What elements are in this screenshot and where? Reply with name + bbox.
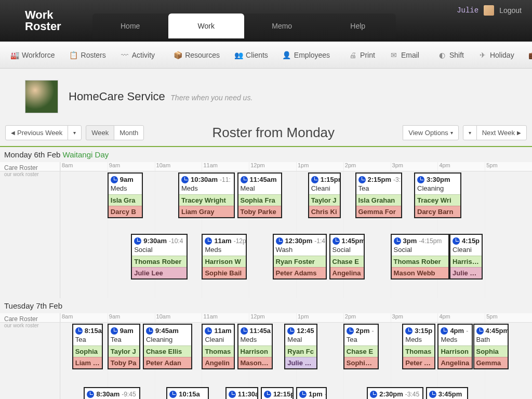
event-type: Cleaning xyxy=(415,184,460,194)
week-view-button[interactable]: Week xyxy=(86,125,114,140)
roster-event[interactable]: 10:15aSocial xyxy=(166,387,209,399)
roster-event[interactable]: 12:45MealRyan FcJulie Lee xyxy=(284,324,317,369)
event-client: Isla Gra xyxy=(109,194,142,206)
clock-icon xyxy=(441,327,448,335)
toolbar-workforce[interactable]: 🏭Workforce xyxy=(3,42,62,69)
toolbar-email[interactable]: ✉Email xyxy=(382,42,427,69)
roster-event[interactable]: 1:45pmSocialChase EAngelina xyxy=(329,234,365,280)
roster-event[interactable]: 11amCleaniThomasAngelin xyxy=(202,324,235,369)
event-client: Taylor J xyxy=(109,345,140,357)
toolbar-label: Holiday xyxy=(490,51,514,59)
event-client: Tracey Wri xyxy=(415,194,460,206)
next-week-button[interactable]: Next Week ▶ xyxy=(476,125,527,140)
toolbar-resources[interactable]: 📦Resources xyxy=(166,42,227,69)
toolbar-holiday[interactable]: ✈Holiday xyxy=(471,42,522,69)
roster-event[interactable]: 3:15pMedsThomasPeter Ad xyxy=(402,324,435,369)
roster-event[interactable]: 4:45pmBathSophiaGemma xyxy=(473,324,509,369)
toolbar-label: Print xyxy=(360,51,375,59)
hour-label: 8am xyxy=(60,162,108,171)
clock-icon xyxy=(205,327,212,335)
clock-icon xyxy=(311,176,318,183)
employees-icon: 👤 xyxy=(283,51,291,59)
roster-event[interactable]: 11:45aMedsHarrisonMason W xyxy=(237,324,273,369)
event-staff: Mason W xyxy=(238,357,272,368)
roster-event[interactable]: 9:45amCleaningChase EllisPeter Adan xyxy=(143,324,192,369)
toolbar-label: Employees xyxy=(294,51,330,59)
roster-event[interactable]: 1:15pmCleaniTaylor JChris Ki xyxy=(308,172,341,218)
month-view-button[interactable]: Month xyxy=(114,125,144,140)
roster-event[interactable]: 1pm-1: xyxy=(296,387,327,399)
clock-icon xyxy=(146,327,153,335)
next-dropdown-button[interactable]: ▾ xyxy=(463,125,477,140)
clock-icon xyxy=(287,327,295,335)
event-client: Chase E xyxy=(344,345,378,357)
roster-event[interactable]: 10:30am-11:MedsTracey WrightLiam Gray xyxy=(178,172,235,218)
roster-event[interactable]: 8:30am-9:45Cleaning xyxy=(84,387,140,399)
clock-icon xyxy=(276,237,283,245)
event-type: Tea xyxy=(344,336,378,345)
print-icon: 🖨 xyxy=(349,51,357,59)
hour-label: 3pm xyxy=(391,162,438,171)
user-area: Julie Logout xyxy=(457,5,522,16)
roster-event[interactable]: 12:15pMeds xyxy=(261,387,294,399)
tab-memo[interactable]: Memo xyxy=(244,14,320,38)
clock-icon xyxy=(264,391,271,398)
roster-event[interactable]: 8:15amTeaSophiaLiam Gr xyxy=(72,324,103,369)
event-type: Meds xyxy=(109,184,142,194)
roster-event[interactable]: 9amMedsIsla GraDarcy B xyxy=(108,172,143,218)
prev-dropdown-button[interactable]: ▾ xyxy=(68,125,82,140)
hour-label: 1pm xyxy=(296,162,343,171)
roster-event[interactable]: 2pm-TeaChase ESophie B xyxy=(343,324,379,369)
hour-label: 11am xyxy=(202,313,249,322)
event-client: Tracey Wright xyxy=(179,194,234,206)
roster-event[interactable]: 9:30am-10:4SocialThomas RoberJulie Lee xyxy=(131,234,188,280)
toolbar-rosters[interactable]: 📋Rosters xyxy=(62,42,113,69)
calendar: Monday 6th Feb Waitangi DayCare Rosterou… xyxy=(0,146,532,399)
rosters-icon: 📋 xyxy=(70,51,78,59)
event-client: Isla Grahan xyxy=(356,194,402,206)
avatar[interactable] xyxy=(484,5,494,16)
toolbar-print[interactable]: 🖨Print xyxy=(341,42,382,69)
logout-link[interactable]: Logout xyxy=(499,6,522,15)
roster-column-label: Care Rosterour work roster xyxy=(0,313,60,322)
toolbar-sick[interactable]: 💼Sick xyxy=(522,42,532,69)
event-staff: Julie Lee xyxy=(450,267,482,278)
roster-body: 9amMedsIsla GraDarcy B10:30am-11:MedsTra… xyxy=(0,171,532,298)
tab-home[interactable]: Home xyxy=(92,14,168,38)
hour-label: 3pm xyxy=(391,313,438,322)
event-staff: Angelina xyxy=(330,267,364,278)
prev-week-button[interactable]: ◀ Previous Week xyxy=(5,125,68,140)
roster-event[interactable]: 4pm-MedsHarrisonAngelina xyxy=(437,324,473,369)
roster-event[interactable]: 9amTeaTaylor JToby Pa xyxy=(108,324,141,369)
toolbar-employees[interactable]: 👤Employees xyxy=(275,42,337,69)
toolbar-activity[interactable]: 〰Activity xyxy=(113,42,162,69)
roster-event[interactable]: 3:45pm xyxy=(426,387,469,399)
event-type: Bath xyxy=(474,336,508,345)
roster-event[interactable]: 11am-12pMedsHarrison WSophie Bail xyxy=(202,234,246,280)
roster-event[interactable]: 4:15pCleaniHarrisonJulie Lee xyxy=(449,234,483,280)
workforce-icon: 🏭 xyxy=(10,51,19,59)
roster-event[interactable]: 3pm-4:15pmSocialThomas RoberMason Webb xyxy=(391,234,450,280)
event-type: Wash xyxy=(274,246,326,256)
roster-event[interactable]: 11:45amMealSophia FraToby Parke xyxy=(237,172,282,218)
event-staff: Toby Parke xyxy=(238,206,281,217)
hour-label: 9am xyxy=(108,162,155,171)
tab-help[interactable]: Help xyxy=(320,14,396,38)
hour-label: 12pm xyxy=(249,162,296,171)
toolbar-label: Activity xyxy=(132,51,155,59)
event-staff: Liam Gray xyxy=(179,206,234,217)
tab-work[interactable]: Work xyxy=(168,14,244,38)
view-options-button[interactable]: View Options ▾ xyxy=(403,125,458,140)
roster-event[interactable]: 3:30pmCleaningTracey WriDarcy Barn xyxy=(414,172,461,218)
roster-event[interactable]: 2:15pm-3:TeaIsla GrahanGemma For xyxy=(355,172,403,218)
hour-label: 11am xyxy=(202,162,249,171)
clock-icon xyxy=(453,237,460,245)
activity-icon: 〰 xyxy=(121,51,129,59)
time-header: Care Rosterour work roster8am9am10am11am… xyxy=(0,162,532,171)
toolbar-clients[interactable]: 👥Clients xyxy=(227,42,275,69)
toolbar-shift[interactable]: ◐Shift xyxy=(431,42,471,69)
roster-event[interactable]: 2:30pm-3:45 xyxy=(367,387,423,399)
hour-label: 4pm xyxy=(437,313,485,322)
roster-event[interactable]: 12:30pm-1:4WashRyan FosterPeter Adams xyxy=(273,234,327,280)
roster-event[interactable]: 11:30aTea xyxy=(225,387,259,399)
